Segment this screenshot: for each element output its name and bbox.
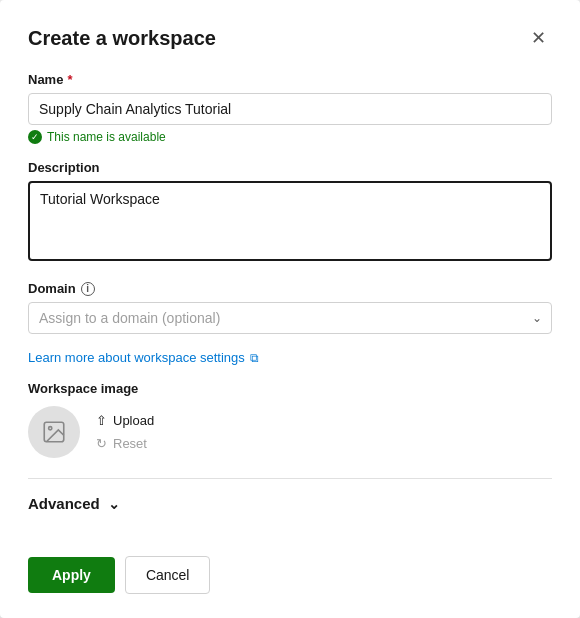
- description-label: Description: [28, 160, 552, 175]
- footer-spacer: [28, 528, 552, 548]
- divider: [28, 478, 552, 479]
- description-section: Description Tutorial Workspace: [28, 160, 552, 265]
- create-workspace-modal: Create a workspace ✕ Name * This name is…: [0, 0, 580, 618]
- chevron-down-icon: ⌄: [108, 496, 120, 512]
- upload-icon: ⇧: [96, 413, 107, 428]
- availability-message: This name is available: [28, 130, 552, 144]
- learn-more-link[interactable]: Learn more about workspace settings ⧉: [28, 350, 552, 365]
- domain-select[interactable]: Assign to a domain (optional): [28, 302, 552, 334]
- name-section: Name * This name is available: [28, 72, 552, 144]
- domain-select-wrapper: Assign to a domain (optional) ⌄: [28, 302, 552, 334]
- upload-button[interactable]: ⇧ Upload: [96, 411, 154, 430]
- name-input[interactable]: [28, 93, 552, 125]
- available-check-icon: [28, 130, 42, 144]
- reset-icon: ↻: [96, 436, 107, 451]
- domain-label: Domain i: [28, 281, 552, 296]
- modal-title: Create a workspace: [28, 27, 216, 50]
- domain-section: Domain i Assign to a domain (optional) ⌄: [28, 281, 552, 334]
- domain-info-icon[interactable]: i: [81, 282, 95, 296]
- modal-header: Create a workspace ✕: [28, 24, 552, 52]
- workspace-image-label: Workspace image: [28, 381, 552, 396]
- close-icon: ✕: [531, 27, 546, 49]
- advanced-toggle[interactable]: Advanced ⌄: [28, 495, 552, 512]
- upload-actions: ⇧ Upload ↻ Reset: [96, 411, 154, 453]
- image-icon: [41, 419, 67, 445]
- description-input[interactable]: Tutorial Workspace: [28, 181, 552, 261]
- reset-button[interactable]: ↻ Reset: [96, 434, 154, 453]
- apply-button[interactable]: Apply: [28, 557, 115, 593]
- cancel-button[interactable]: Cancel: [125, 556, 211, 594]
- footer-buttons: Apply Cancel: [28, 548, 552, 594]
- image-placeholder: [28, 406, 80, 458]
- image-upload-row: ⇧ Upload ↻ Reset: [28, 406, 552, 458]
- workspace-image-section: Workspace image ⇧ Upload ↻ Reset: [28, 381, 552, 458]
- name-label: Name *: [28, 72, 552, 87]
- external-link-icon: ⧉: [250, 351, 259, 365]
- svg-point-1: [49, 427, 52, 430]
- required-indicator: *: [67, 72, 72, 87]
- close-button[interactable]: ✕: [524, 24, 552, 52]
